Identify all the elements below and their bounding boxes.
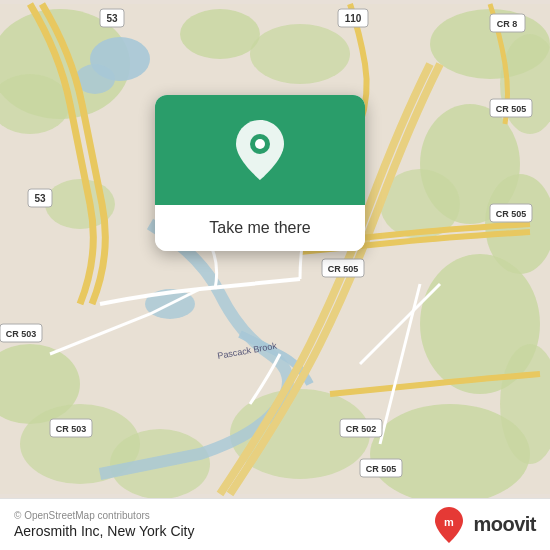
svg-text:CR 505: CR 505 (496, 104, 527, 114)
moovit-brand-text: moovit (473, 513, 536, 536)
svg-text:CR 502: CR 502 (346, 424, 377, 434)
svg-text:53: 53 (106, 13, 118, 24)
svg-point-46 (255, 139, 265, 149)
svg-text:53: 53 (34, 193, 46, 204)
svg-text:CR 505: CR 505 (328, 264, 359, 274)
svg-text:CR 505: CR 505 (496, 209, 527, 219)
svg-point-4 (250, 24, 350, 84)
svg-text:CR 505: CR 505 (366, 464, 397, 474)
location-pin-icon (236, 120, 284, 180)
take-me-there-button[interactable]: Take me there (155, 205, 365, 251)
svg-text:m: m (445, 516, 455, 528)
svg-text:CR 503: CR 503 (56, 424, 87, 434)
copyright-text: © OpenStreetMap contributors (14, 510, 195, 521)
bottom-left-info: © OpenStreetMap contributors Aerosmith I… (14, 510, 195, 539)
svg-text:CR 503: CR 503 (6, 329, 37, 339)
moovit-logo: m moovit (435, 507, 536, 543)
popup-card: Take me there (155, 95, 365, 251)
location-name: Aerosmith Inc, New York City (14, 523, 195, 539)
svg-text:110: 110 (345, 13, 362, 24)
map-container[interactable]: 53 53 110 CR 8 CR 505 CR 505 CR 505 CR 5… (0, 0, 550, 498)
popup-icon-area (155, 95, 365, 205)
svg-point-3 (180, 9, 260, 59)
app: 53 53 110 CR 8 CR 505 CR 505 CR 505 CR 5… (0, 0, 550, 550)
moovit-pin-icon: m (435, 507, 463, 543)
svg-text:CR 8: CR 8 (497, 19, 518, 29)
bottom-bar: © OpenStreetMap contributors Aerosmith I… (0, 498, 550, 550)
